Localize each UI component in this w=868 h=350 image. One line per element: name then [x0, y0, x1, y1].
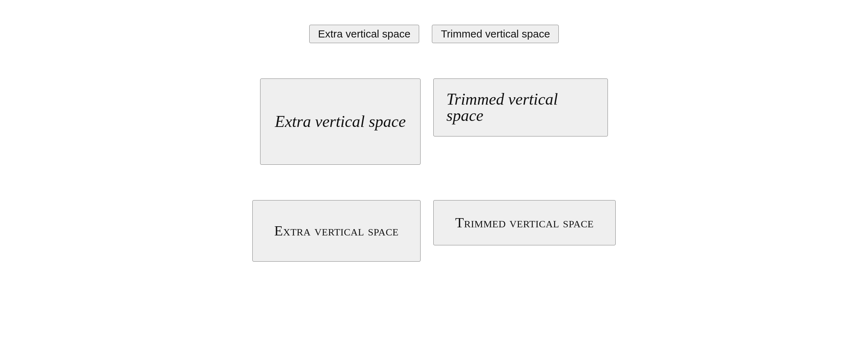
row-script-font: Extra vertical space Trimmed vertical sp…: [260, 78, 608, 165]
row-hand-font: Extra vertical space Trimmed vertical sp…: [252, 200, 616, 262]
box-trimmed-hand: Trimmed vertical space: [433, 200, 616, 245]
demo-page: Extra vertical space Trimmed vertical sp…: [0, 0, 868, 297]
label-extra-script: Extra vertical space: [275, 113, 406, 130]
box-extra-system: Extra vertical space: [309, 25, 420, 43]
row-system-font: Extra vertical space Trimmed vertical sp…: [309, 25, 559, 43]
box-trimmed-script: Trimmed vertical space: [433, 78, 608, 136]
label-extra-system: Extra vertical space: [318, 29, 411, 39]
label-trimmed-hand: Trimmed vertical space: [455, 216, 594, 230]
label-extra-hand: Extra vertical space: [274, 224, 399, 238]
box-trimmed-system: Trimmed vertical space: [432, 25, 559, 43]
box-extra-hand: Extra vertical space: [252, 200, 421, 262]
label-trimmed-script: Trimmed vertical space: [446, 91, 595, 124]
box-extra-script: Extra vertical space: [260, 78, 421, 165]
label-trimmed-system: Trimmed vertical space: [441, 29, 550, 39]
